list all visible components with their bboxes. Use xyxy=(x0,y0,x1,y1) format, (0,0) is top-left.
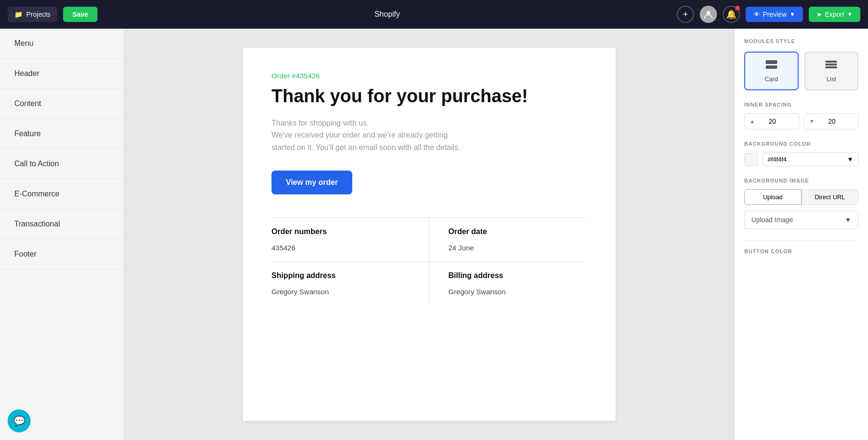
order-numbers-section: Order numbers 435426 xyxy=(271,217,429,261)
spacing-top-input[interactable]: ▲ xyxy=(744,113,799,129)
topbar: 📁 Projects Save Shopify + 🔔 👁 Preview ▼ … xyxy=(0,0,868,29)
module-card-option[interactable]: Card xyxy=(744,52,799,90)
dropdown-arrow-icon: ▼ xyxy=(847,156,853,163)
main-layout: Menu Header Content Feature Call to Acti… xyxy=(0,29,868,440)
button-color-title: BUTTON COLOR xyxy=(744,248,858,254)
sidebar: Menu Header Content Feature Call to Acti… xyxy=(0,29,124,440)
shipping-address-value: Gregory Swanson xyxy=(271,288,410,296)
down-arrow-icon: ▼ xyxy=(809,118,815,125)
order-date-section: Order date 24 June xyxy=(429,217,587,261)
order-details-grid: Order numbers 435426 Order date 24 June … xyxy=(271,217,587,305)
upload-image-label: Upload Image xyxy=(751,216,793,224)
spacing-top-field[interactable] xyxy=(758,118,794,125)
purchase-title: Thank you for your purchase! xyxy=(271,86,587,107)
sidebar-item-menu[interactable]: Menu xyxy=(0,29,124,59)
list-label: List xyxy=(810,75,853,83)
list-icon xyxy=(810,59,853,73)
preview-button[interactable]: 👁 Preview ▼ xyxy=(746,7,803,22)
sidebar-item-footer[interactable]: Footer xyxy=(0,239,124,269)
direct-url-tab[interactable]: Direct URL xyxy=(802,189,859,205)
order-date-label: Order date xyxy=(448,227,587,236)
desc-line1: Thanks for shopping with us. xyxy=(271,119,369,127)
order-label: Order #435426 xyxy=(271,72,587,80)
inner-spacing-row: ▲ ▼ xyxy=(744,113,858,129)
notifications-button[interactable]: 🔔 xyxy=(723,6,740,23)
modules-style-title: MODULES STYLE xyxy=(744,38,858,44)
spacing-bottom-field[interactable] xyxy=(817,118,853,125)
bg-color-value: #f4f4f4 xyxy=(768,156,787,163)
bg-color-select[interactable]: #f4f4f4 ▼ xyxy=(762,152,858,166)
canvas-area: Order #435426 Thank you for your purchas… xyxy=(124,29,734,440)
modules-style-grid: Card List xyxy=(744,52,858,90)
export-label: Export xyxy=(825,11,844,18)
shipping-address-section: Shipping address Gregory Swanson xyxy=(271,261,429,305)
eye-icon: 👁 xyxy=(753,11,760,18)
notification-dot xyxy=(735,6,740,11)
bg-image-tabs: Upload Direct URL xyxy=(744,189,858,205)
svg-rect-4 xyxy=(825,64,837,65)
order-numbers-value: 435426 xyxy=(271,244,410,252)
export-icon: ➤ xyxy=(816,11,822,18)
sidebar-item-transactional[interactable]: Transactional xyxy=(0,209,124,239)
sidebar-item-call-to-action[interactable]: Call to Action xyxy=(0,149,124,179)
export-dropdown-arrow: ▼ xyxy=(847,11,853,18)
preview-dropdown-arrow: ▼ xyxy=(790,11,795,18)
svg-point-0 xyxy=(706,11,710,15)
module-list-option[interactable]: List xyxy=(804,52,859,90)
shipping-address-label: Shipping address xyxy=(271,271,410,280)
upload-image-select[interactable]: Upload Image ▼ xyxy=(744,211,858,229)
order-numbers-label: Order numbers xyxy=(271,227,410,236)
upload-tab[interactable]: Upload xyxy=(744,189,802,205)
billing-address-section: Billing address Gregory Swanson xyxy=(429,261,587,305)
svg-rect-3 xyxy=(825,61,837,63)
export-button[interactable]: ➤ Export ▼ xyxy=(809,7,860,22)
desc-line3: started on it. You'll get an email soon … xyxy=(271,143,460,151)
card-icon xyxy=(750,59,793,73)
bg-image-title: BACKGROUND IMAGE xyxy=(744,178,858,183)
sidebar-bottom: 💬 xyxy=(0,402,124,440)
svg-rect-1 xyxy=(766,60,777,64)
upload-dropdown-arrow-icon: ▼ xyxy=(845,216,851,224)
sidebar-item-e-commerce[interactable]: E-Commerce xyxy=(0,179,124,209)
view-order-button[interactable]: View my order xyxy=(271,171,352,194)
projects-button[interactable]: 📁 Projects xyxy=(8,7,57,22)
avatar xyxy=(700,6,717,23)
card-label: Card xyxy=(750,75,793,83)
bg-color-row: #f4f4f4 ▼ xyxy=(744,152,858,166)
right-panel: MODULES STYLE Card List INNER SPACING ▲ xyxy=(734,29,868,440)
sidebar-item-feature[interactable]: Feature xyxy=(0,119,124,149)
save-button[interactable]: Save xyxy=(63,7,98,22)
projects-label: Projects xyxy=(26,11,51,18)
folder-icon: 📁 xyxy=(14,11,22,18)
bg-color-swatch[interactable] xyxy=(744,153,758,166)
section-divider xyxy=(744,240,858,241)
sidebar-item-header[interactable]: Header xyxy=(0,59,124,89)
sidebar-item-content[interactable]: Content xyxy=(0,89,124,119)
chat-button[interactable]: 💬 xyxy=(8,409,31,432)
topbar-actions: + 🔔 👁 Preview ▼ ➤ Export ▼ xyxy=(677,6,860,23)
billing-address-label: Billing address xyxy=(448,271,587,280)
app-title: Shopify xyxy=(103,10,671,19)
preview-label: Preview xyxy=(763,11,787,18)
add-button[interactable]: + xyxy=(677,6,694,23)
purchase-description: Thanks for shopping with us. We've recei… xyxy=(271,117,587,154)
svg-rect-2 xyxy=(766,65,777,69)
order-date-value: 24 June xyxy=(448,244,587,252)
desc-line2: We've received your order and we're alre… xyxy=(271,131,448,139)
spacing-bottom-input[interactable]: ▼ xyxy=(804,113,859,129)
svg-rect-5 xyxy=(825,66,837,68)
chat-icon: 💬 xyxy=(13,415,25,427)
bg-color-title: BACKGROUND COLOR xyxy=(744,141,858,147)
inner-spacing-title: INNER SPACING xyxy=(744,102,858,107)
email-card: Order #435426 Thank you for your purchas… xyxy=(243,48,616,421)
billing-address-value: Gregory Swanson xyxy=(448,288,587,296)
up-arrow-icon: ▲ xyxy=(749,118,755,125)
